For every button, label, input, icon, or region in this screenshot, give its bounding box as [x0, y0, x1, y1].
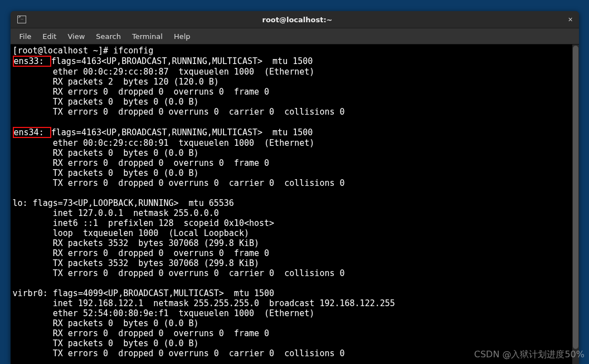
iface-ens33-line4: RX errors 0 dropped 0 overruns 0 frame 0 — [13, 87, 270, 97]
menu-help[interactable]: Help — [168, 32, 196, 41]
iface-lo-line7: TX errors 0 dropped 0 overruns 0 carrier… — [13, 268, 345, 278]
iface-ens34-line3: RX packets 0 bytes 0 (0.0 B) — [13, 148, 199, 158]
window-title: root@localhost:~ — [33, 16, 562, 24]
iface-ens34-line1: flags=4163<UP,BROADCAST,RUNNING,MULTICAS… — [51, 127, 313, 137]
iface-ens34-line5: TX packets 0 bytes 0 (0.0 B) — [13, 168, 199, 178]
iface-ens33-line5: TX packets 0 bytes 0 (0.0 B) — [13, 97, 199, 107]
iface-virbr0-line0: virbr0: flags=4099<UP,BROADCAST,MULTICAS… — [13, 288, 275, 298]
iface-virbr0-line4: RX errors 0 dropped 0 overruns 0 frame 0 — [13, 328, 270, 338]
iface-ens34-name: ens34: — [14, 127, 49, 137]
iface-ens33-line3: RX packets 2 bytes 120 (120.0 B) — [13, 77, 219, 87]
iface-ens34-line6: TX errors 0 dropped 0 overruns 0 carrier… — [13, 178, 345, 188]
iface-lo-line2: inet6 ::1 prefixlen 128 scopeid 0x10<hos… — [13, 218, 275, 228]
highlight-box-ens33: ens33: — [13, 56, 51, 67]
terminal-output[interactable]: [root@localhost ~]# ifconfig ens33: flag… — [11, 45, 579, 364]
iface-virbr0-line2: ether 52:54:00:80:9e:f1 txqueuelen 1000 … — [13, 308, 315, 318]
close-button[interactable]: × — [562, 15, 579, 24]
iface-lo-line6: TX packets 3532 bytes 307068 (299.8 KiB) — [13, 258, 260, 268]
iface-lo-line1: inet 127.0.0.1 netmask 255.0.0.0 — [13, 208, 219, 218]
iface-virbr0-line1: inet 192.168.122.1 netmask 255.255.255.0… — [13, 298, 395, 308]
scrollbar-thumb[interactable] — [573, 46, 578, 349]
iface-virbr0-line3: RX packets 0 bytes 0 (0.0 B) — [13, 318, 199, 328]
menu-edit[interactable]: Edit — [37, 32, 62, 41]
watermark: CSDN @入狱计划进度50% — [474, 349, 585, 361]
iface-ens33-line1: flags=4163<UP,BROADCAST,RUNNING,MULTICAS… — [51, 56, 313, 66]
iface-virbr0-line6: TX errors 0 dropped 0 overruns 0 carrier… — [13, 348, 345, 358]
iface-virbr0-line5: TX packets 0 bytes 0 (0.0 B) — [13, 338, 199, 348]
iface-ens34-line4: RX errors 0 dropped 0 overruns 0 frame 0 — [13, 158, 270, 168]
scrollbar[interactable] — [572, 45, 579, 364]
iface-ens34-line2: ether 00:0c:29:cc:80:91 txqueuelen 1000 … — [13, 138, 315, 148]
shell-prompt: [root@localhost ~]# — [13, 46, 114, 56]
iface-ens33-line2: ether 00:0c:29:cc:80:87 txqueuelen 1000 … — [13, 67, 315, 77]
iface-ens33-name: ens33: — [14, 56, 49, 66]
iface-lo-line4: RX packets 3532 bytes 307068 (299.8 KiB) — [13, 238, 260, 248]
menu-search[interactable]: Search — [90, 32, 126, 41]
menu-file[interactable]: File — [14, 32, 37, 41]
iface-ens33-line6: TX errors 0 dropped 0 overruns 0 carrier… — [13, 107, 345, 117]
menu-terminal[interactable]: Terminal — [126, 32, 168, 41]
iface-lo-line5: RX errors 0 dropped 0 overruns 0 frame 0 — [13, 248, 270, 258]
titlebar-left — [11, 16, 33, 23]
iface-lo-line3: loop txqueuelen 1000 (Local Loopback) — [13, 228, 249, 238]
menu-view[interactable]: View — [62, 32, 90, 41]
highlight-box-ens34: ens34: — [13, 127, 51, 138]
command-text: ifconfig — [113, 46, 153, 56]
titlebar: root@localhost:~ × — [11, 11, 579, 28]
iface-lo-line0: lo: flags=73<UP,LOOPBACK,RUNNING> mtu 65… — [13, 198, 234, 208]
menubar: File Edit View Search Terminal Help — [11, 28, 579, 45]
terminal-window: root@localhost:~ × File Edit View Search… — [11, 11, 579, 364]
terminal-app-icon — [17, 16, 26, 23]
